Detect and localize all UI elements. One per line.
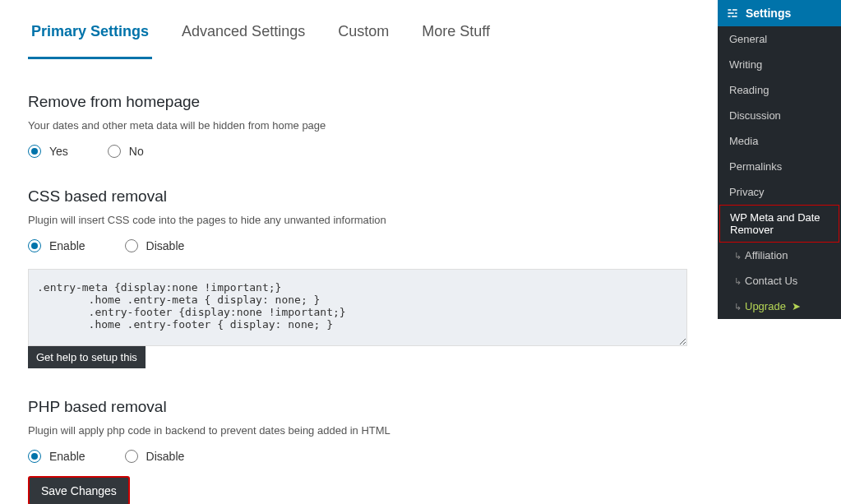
settings-sidebar: Settings General Writing Reading Discuss… <box>718 0 841 319</box>
radio-label: Disable <box>146 239 185 252</box>
radio-label: Disable <box>146 450 185 463</box>
radio-enable[interactable]: Enable <box>28 239 85 252</box>
radio-icon <box>108 145 121 158</box>
radio-disable[interactable]: Disable <box>125 450 185 463</box>
php-radio-group: Enable Disable <box>28 450 687 463</box>
sub-icon: ↳ <box>734 251 742 261</box>
radio-disable[interactable]: Disable <box>125 239 185 252</box>
sidebar-item-label: Affiliation <box>745 249 788 261</box>
settings-icon <box>726 7 739 20</box>
save-changes-button[interactable]: Save Changes <box>28 476 130 504</box>
section-remove-homepage: Remove from homepage Your dates and othe… <box>28 93 687 158</box>
radio-label: Enable <box>49 450 85 463</box>
sidebar-item-discussion[interactable]: Discussion <box>718 103 841 128</box>
radio-icon <box>28 239 41 252</box>
svg-rect-1 <box>732 9 737 11</box>
tab-primary-settings[interactable]: Primary Settings <box>28 15 152 59</box>
sidebar-item-affiliation[interactable]: ↳Affiliation <box>718 243 841 268</box>
radio-icon <box>28 145 41 158</box>
radio-enable[interactable]: Enable <box>28 450 85 463</box>
settings-tabs: Primary Settings Advanced Settings Custo… <box>28 15 687 60</box>
homepage-radio-group: Yes No <box>28 145 687 158</box>
sidebar-header: Settings <box>718 0 841 26</box>
radio-no[interactable]: No <box>108 145 144 158</box>
help-setup-button[interactable]: Get help to setup this <box>28 346 146 368</box>
tab-advanced-settings[interactable]: Advanced Settings <box>178 15 308 59</box>
sidebar-item-upgrade[interactable]: ↳Upgrade ➤ <box>718 294 841 319</box>
sidebar-item-wp-meta-remover[interactable]: WP Meta and Date Remover <box>719 205 839 243</box>
sub-icon: ↳ <box>734 302 742 312</box>
sidebar-item-general[interactable]: General <box>718 26 841 52</box>
css-code-textarea[interactable]: .entry-meta {display:none !important;} .… <box>28 269 687 346</box>
main-content: Primary Settings Advanced Settings Custo… <box>0 0 715 504</box>
section-description: Plugin will apply php code in backend to… <box>28 424 687 437</box>
tab-custom[interactable]: Custom <box>335 15 392 59</box>
section-description: Your dates and other meta data will be h… <box>28 119 687 132</box>
sidebar-item-reading[interactable]: Reading <box>718 77 841 103</box>
sidebar-item-label: Contact Us <box>745 275 797 287</box>
section-title: PHP based removal <box>28 398 687 416</box>
sidebar-item-label: Upgrade <box>745 300 786 312</box>
sidebar-item-media[interactable]: Media <box>718 128 841 154</box>
radio-yes[interactable]: Yes <box>28 145 68 158</box>
radio-icon <box>28 450 41 463</box>
sidebar-header-label: Settings <box>746 7 791 20</box>
radio-icon <box>125 450 138 463</box>
sidebar-item-permalinks[interactable]: Permalinks <box>718 154 841 179</box>
arrow-icon: ➤ <box>789 300 802 312</box>
radio-icon <box>125 239 138 252</box>
sidebar-item-contact-us[interactable]: ↳Contact Us <box>718 268 841 294</box>
section-title: CSS based removal <box>28 187 687 206</box>
svg-rect-5 <box>732 16 737 17</box>
tab-more-stuff[interactable]: More Stuff <box>418 15 493 59</box>
section-description: Plugin will insert CSS code into the pag… <box>28 214 687 226</box>
svg-rect-4 <box>728 16 730 17</box>
radio-label: Enable <box>49 239 85 252</box>
radio-label: No <box>129 145 144 158</box>
svg-rect-3 <box>735 12 737 14</box>
radio-label: Yes <box>49 145 68 158</box>
section-css-removal: CSS based removal Plugin will insert CSS… <box>28 187 687 368</box>
svg-rect-2 <box>728 12 733 14</box>
section-php-removal: PHP based removal Plugin will apply php … <box>28 398 687 504</box>
sub-icon: ↳ <box>734 276 742 286</box>
sidebar-item-privacy[interactable]: Privacy <box>718 179 841 205</box>
svg-rect-0 <box>728 9 731 11</box>
section-title: Remove from homepage <box>28 93 687 111</box>
css-radio-group: Enable Disable <box>28 239 687 252</box>
sidebar-item-writing[interactable]: Writing <box>718 52 841 77</box>
